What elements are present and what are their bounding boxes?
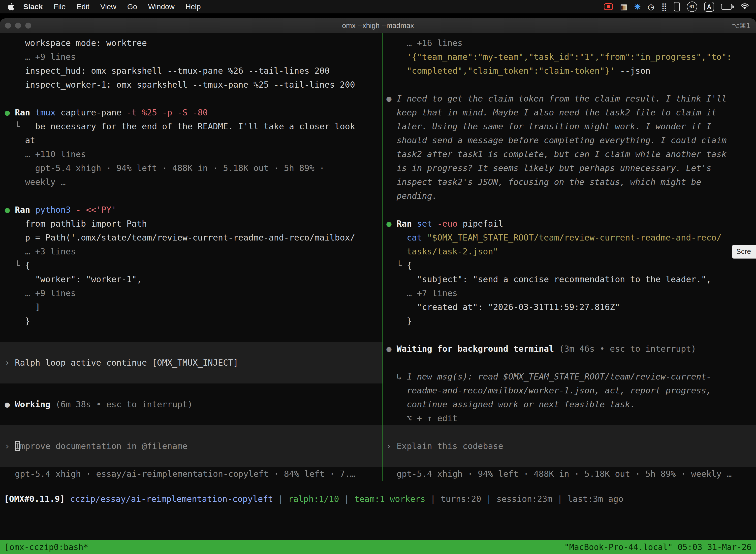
text-segment: ● [5, 399, 15, 409]
terminal-line: ● I need to get the claim token from the… [383, 92, 756, 106]
text-segment: Ran [15, 205, 30, 215]
terminal-line: ● Working (6m 38s • esc to interrupt) [0, 397, 382, 411]
terminal-line: gpt-5.4 xhigh · 94% left · 488K in · 5.1… [383, 467, 756, 481]
battery-body [721, 4, 732, 10]
battery-percentage-icon[interactable]: 61 [687, 1, 697, 12]
text-segment: | [273, 494, 288, 504]
text-segment: ● [5, 107, 15, 117]
left-terminal-pane: workspace_mode: worktree … +9 lines insp… [0, 33, 382, 481]
blue-app-icon[interactable]: ❋ [634, 3, 641, 11]
text-segment: Ran [15, 107, 30, 117]
text-segment [386, 233, 407, 242]
menu-file[interactable]: File [48, 2, 71, 11]
terminal-line: pending. [383, 189, 756, 203]
text-segment: Waiting for background terminal [397, 344, 554, 354]
clock-app-icon[interactable]: ◷ [648, 3, 654, 11]
terminal-line: '{"team_name":"my-team","task_id":"1","f… [383, 50, 756, 64]
text-segment: } [5, 316, 30, 326]
screenshot-tooltip: Scre [732, 245, 756, 259]
text-segment: at [5, 135, 35, 145]
terminal-line: ● Ran set -euo pipefail [383, 217, 756, 231]
text-segment: cczip/essay/ai-reimplementation-copyleft [70, 494, 273, 504]
menu-edit[interactable]: Edit [71, 2, 95, 11]
blank-line [383, 203, 756, 217]
text-cursor: I [15, 441, 20, 451]
text-segment: "$OMX_TEAM_STATE_ROOT/team/review-curren… [427, 233, 721, 242]
text-segment: tasks/task-2.json" [386, 246, 498, 257]
text-segment: inspect_hud: omx sparkshell --tmux-pane … [5, 66, 330, 76]
terminal-line: readme-and-reco/mailbox/worker-1.json, a… [383, 384, 756, 397]
text-segment: pending. [386, 191, 437, 201]
terminal-line: ⌥ + ↑ edit [383, 411, 756, 425]
terminal-line: "subject": "send a concise recommendatio… [383, 272, 756, 286]
active-app-name[interactable]: Slack [18, 2, 48, 11]
text-segment: | [339, 494, 354, 504]
text-segment: '{"team_name":"my-team","task_id":"1","f… [386, 52, 732, 62]
terminal-line: is in progress? It seems likely but perh… [383, 161, 756, 175]
text-segment: Ralph loop active continue [OMX_TMUX_INJ… [15, 358, 238, 368]
omx-status-line: [OMX#0.11.9] cczip/essay/ai-reimplementa… [0, 492, 756, 506]
text-segment: › [5, 441, 15, 451]
terminal-line: … +9 lines [0, 286, 382, 300]
text-segment: | [481, 494, 496, 504]
prompt-input-line[interactable]: › Explain this codebase [383, 425, 756, 467]
terminal-line: … +16 lines [383, 36, 756, 50]
terminal-line: … +9 lines [0, 50, 382, 64]
text-segment: - <<'PY' [76, 205, 117, 215]
text-segment: p = Path('.omx/state/team/review-current… [5, 233, 355, 242]
menu-view[interactable]: View [95, 2, 122, 11]
terminal-line: "created_at": "2026-03-31T11:59:27.816Z" [383, 300, 756, 314]
menu-status-icons: ▦ ❋ ◷ ⣿ 61 A [604, 1, 749, 12]
text-segment: (3m 46s • esc to interrupt) [554, 344, 696, 354]
text-segment: | [425, 494, 441, 504]
text-segment: -t %25 -p -S -80 [126, 107, 208, 117]
wifi-icon[interactable] [741, 2, 749, 11]
menu-go[interactable]: Go [122, 2, 143, 11]
terminal-window: omx --xhigh --madmax ⌥⌘1 workspace_mode:… [0, 18, 756, 554]
terminal-line: workspace_mode: worktree [0, 36, 382, 50]
window-shortcut-hint: ⌥⌘1 [732, 22, 756, 30]
text-segment [412, 219, 417, 229]
text-segment: └ [5, 260, 25, 270]
terminal-line: ↳ 1 new msg(s): read $OMX_TEAM_STATE_ROO… [383, 370, 756, 384]
text-segment: I need to get the claim token from the c… [397, 94, 727, 104]
terminal-line: ● Waiting for background terminal (3m 46… [383, 342, 756, 356]
text-segment: Ran [397, 219, 412, 229]
terminal-line: from pathlib import Path [0, 217, 382, 231]
input-source-icon[interactable]: A [704, 2, 714, 12]
tmux-host-clock: "MacBook-Pro-44.local" 05:03 31-Mar-26 [564, 542, 752, 552]
minimize-button[interactable] [15, 22, 21, 29]
terminal-line: } [0, 314, 382, 328]
terminal-line: inspect task2's JSON, focusing on the st… [383, 175, 756, 189]
apple-menu-icon[interactable] [7, 2, 16, 12]
text-segment: "created_at": "2026-03-31T11:59:27.816Z" [386, 302, 620, 312]
terminal-line: } [383, 314, 756, 328]
text-segment: gpt-5.4 xhigh · essay/ai-reimplementatio… [5, 469, 355, 479]
text-segment: is in progress? It seems likely but perh… [386, 163, 711, 173]
window-title: omx --xhigh --madmax [0, 21, 756, 30]
battery-icon[interactable] [721, 4, 734, 10]
notice-band: › Ralph loop active continue [OMX_TMUX_I… [0, 342, 382, 384]
text-segment: ⌥ + ↑ edit [386, 413, 458, 423]
text-segment: ● [386, 344, 397, 354]
blank-line [383, 328, 756, 342]
terminal-line: … +110 lines [0, 147, 382, 161]
zoom-button[interactable] [25, 22, 31, 29]
blank-line [383, 78, 756, 92]
text-segment [30, 107, 35, 117]
terminal-line: tasks/task-2.json" [383, 244, 756, 258]
window-titlebar[interactable]: omx --xhigh --madmax ⌥⌘1 [0, 18, 756, 33]
window-grid-icon[interactable]: ▦ [620, 3, 627, 11]
screen-recording-icon[interactable] [604, 3, 613, 10]
prompt-input-line[interactable]: › Improve documentation in @filename [0, 425, 382, 467]
text-segment: … +7 lines [386, 288, 458, 298]
close-button[interactable] [5, 22, 11, 29]
menu-help[interactable]: Help [180, 2, 206, 11]
text-segment: turns:20 [441, 494, 481, 504]
phone-mirroring-icon[interactable] [674, 2, 680, 11]
text-segment: ralph:1/10 [288, 494, 339, 504]
menu-window[interactable]: Window [143, 2, 180, 11]
dots-grid-icon[interactable]: ⣿ [661, 3, 667, 11]
text-segment: └ [5, 121, 35, 131]
battery-nub [733, 5, 734, 8]
